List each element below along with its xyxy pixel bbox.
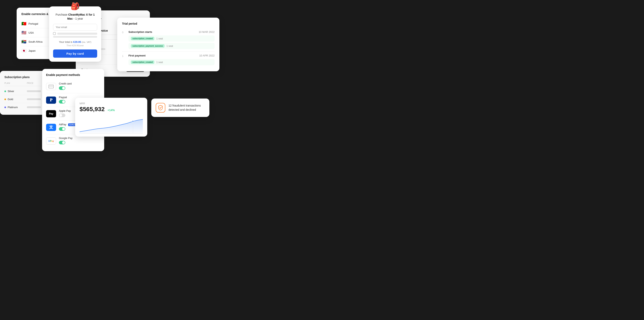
apple-pay-icon: Pay [46,110,56,117]
trial-badges-0: subscription_created 1 seat subscription… [128,35,214,49]
purchase-icon: 🎒 [71,2,80,10]
mrr-value: $565,932 [80,106,104,112]
badge-seat-1-0: 1 seat [156,61,163,64]
shield-svg [158,105,163,110]
badge-tag-0-1: subscription_payment_success [131,44,164,48]
method-info-credit: Credit card [59,82,100,91]
method-name-gpay: Google Pay [59,137,100,140]
trial-event-1: 1 First payment 10 APR 2022 subscription… [122,51,214,68]
plan-name-platinum: Platinum [4,106,27,109]
toggle-credit-card[interactable] [59,86,65,90]
mrr-chart-svg [80,116,143,134]
method-info-gpay: Google Pay [59,137,100,145]
paypal-icon: 𝐏 [46,96,56,104]
purchase-title: Purchase CleanMyMac X for 1 Mac - 1 year [53,13,97,21]
mrr-chart [80,116,143,134]
payment-title: Enable payment methods [46,73,100,76]
terms-placeholder [57,33,97,35]
trial-badges-1: subscription_created 1 seat [128,59,214,65]
trial-event-date-0: 10 MAR 2022 [199,30,215,33]
flag-sa: 🇿🇦 [22,39,26,44]
total-row: Your total is €29.95 (inc. VAT) [53,40,97,43]
trial-badge-0-0: subscription_created 1 seat [128,35,214,42]
purchase-title-suffix: - 1 year [73,17,83,20]
badge-tag-0-0: subscription_created [131,37,154,40]
plan-price-platinum [27,106,41,108]
trial-info-1: First payment 10 APR 2022 subscription_c… [128,54,214,65]
price-value: €29.95 [73,40,81,43]
trial-num-1: 1 [122,54,125,57]
toggle-apple-pay[interactable] [59,114,65,117]
method-name-credit: Credit card [59,82,100,85]
plans-title: Subscription plans [4,75,30,79]
trial-event-header-1: First payment 10 APR 2022 [128,54,214,57]
toggle-paypal[interactable] [59,100,65,103]
trial-event-0: 0 Subscription starts 10 MAR 2022 subscr… [122,28,214,51]
mrr-label: MRR [80,102,143,105]
purchase-title-prefix: Purchase [56,13,68,16]
fraud-card: 12 fraudulent transactions detected and … [151,98,210,117]
plan-price-silver [27,90,41,92]
pay-button[interactable]: Pay by card [53,49,97,58]
flag-portugal: 🇵🇹 [22,21,26,26]
trial-event-name-0: Subscription starts [128,30,152,33]
trial-timeline: 0 Subscription starts 10 MAR 2022 subscr… [122,28,214,68]
trial-event-name-1: First payment [128,54,146,57]
toggle-alipay[interactable] [59,127,65,131]
badge-seat-0-1: 1 seat [166,45,173,47]
trial-card: Trial period 0 Subscription starts 10 MA… [117,18,220,71]
toggle-google-pay[interactable] [59,141,65,144]
plan-dot-platinum [4,106,6,108]
mrr-value-row: $565,932 +14% [80,106,143,113]
vat-label: (inc. VAT) [82,41,91,43]
plan-name-silver: Silver [4,90,27,93]
flag-usa: 🇺🇸 [22,30,26,35]
trial-info-0: Subscription starts 10 MAR 2022 subscrip… [128,30,214,49]
fraud-text: 12 fraudulent transactions detected and … [168,103,205,112]
plan-name-gold: Gold [4,98,27,101]
trial-badge-0-1: subscription_payment_success 1 seat [128,43,214,49]
credit-card-icon [46,83,56,90]
trial-event-date-1: 10 APR 2022 [199,54,214,57]
sub-price: Then €29.95/year [53,44,97,47]
trial-num-0: 0 [122,30,125,34]
email-input[interactable] [53,24,97,31]
flag-japan: 🇯🇵 [22,48,26,53]
purchase-card: 🎒 Purchase CleanMyMac X for 1 Mac - 1 ye… [49,6,101,62]
checkbox-row [53,32,97,35]
total-prefix: Your total is [59,40,73,43]
plan-dot-gold [4,98,6,100]
alipay-icon: 支 [46,124,56,131]
trial-badge-1-0: subscription_created 1 seat [128,59,214,65]
mrr-card: MRR $565,932 +14% [75,98,147,137]
trial-title: Trial period [122,22,214,25]
terms-checkbox[interactable] [53,32,56,35]
gpay-text: GPay [48,140,54,142]
mrr-change: +14% [108,108,115,112]
badge-tag-1-0: subscription_created [131,60,154,64]
svg-rect-1 [49,86,54,86]
google-pay-icon: GPay [46,137,56,145]
badge-seat-0-0: 1 seat [156,37,163,40]
fraud-shield-icon [156,103,165,113]
card-svg [48,85,54,88]
plan-price-gold [27,98,41,100]
method-credit-card: Credit card [46,80,100,93]
plan-dot-silver [4,90,6,92]
trial-event-header-0: Subscription starts 10 MAR 2022 [128,30,214,33]
col-plan: PLAN [4,82,27,84]
input-placeholder-bar [53,36,97,38]
